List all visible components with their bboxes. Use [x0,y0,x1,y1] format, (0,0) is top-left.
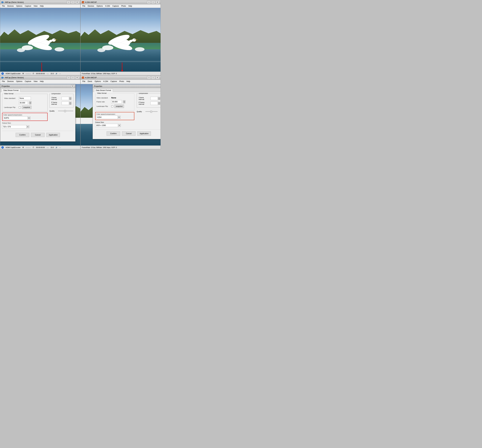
minimize-btn-bl[interactable]: — [67,76,71,79]
menu-capture-tr[interactable]: Capture [111,5,120,7]
output-size-select-br[interactable]: 1920 x 1080 ▼ [95,124,121,127]
menu-devices-tr[interactable]: Devices [86,5,95,7]
application-button-bl[interactable]: Application [46,133,60,137]
menu-file-bl[interactable]: File [1,80,6,83]
menu-file-br[interactable]: File [81,80,86,83]
info-icon-bl: i [1,146,4,149]
tab-data-stream-br[interactable]: Data Stream Format [94,89,113,92]
cancel-button-br[interactable]: Cancel [122,131,136,136]
spin-up-br[interactable]: ▲ [123,100,125,102]
video-format-group-bl: Video format Video standard: ▲ [2,94,47,112]
menu-view-bl[interactable]: View [32,80,39,83]
maximize-btn-br[interactable]: □ [151,76,155,79]
dialog-columns-bl: Video format Video standard: ▲ [2,94,73,130]
close-btn-bl[interactable]: ✕ [75,76,79,79]
menu-photo[interactable]: Photo [120,5,127,7]
menu-devices-bl[interactable]: Devices [6,80,15,83]
menu-help-br[interactable]: Help [125,80,132,83]
dialog-close-bl[interactable]: ✕ [71,85,74,88]
minimize-btn-br[interactable]: — [147,76,151,79]
p-frame-spin-br[interactable]: ▲ ▼ [158,102,160,105]
i-frame-spin-br[interactable]: ▲ ▼ [158,97,160,100]
svg-marker-23 [121,70,123,72]
color-space-arrow-bl[interactable]: ▼ [28,116,30,120]
menu-capture-br[interactable]: Capture [109,80,118,83]
i-frame-input-bl[interactable] [62,97,69,100]
quality-slider-bl[interactable] [58,111,73,111]
compression-group-bl: compression I frame interval: ▲ ▼ [49,94,73,108]
i-spin-up-br[interactable]: ▲ [158,97,160,98]
menu-capture[interactable]: Capture [23,5,32,7]
p-frame-input-br[interactable] [150,102,158,105]
frame-rate-input-br[interactable] [111,100,122,104]
p-spin-up-br[interactable]: ▲ [158,102,160,103]
p-frame-input-bl[interactable] [62,102,69,105]
color-space-label-br: Color space/compression: [96,113,133,115]
maximize-button[interactable]: □ [71,1,75,4]
spin-up-bl[interactable]: ▲ [29,101,31,103]
tab-data-stream-bl[interactable]: Data Stream Format [1,89,21,92]
p-spin-down-br[interactable]: ▼ [158,103,160,105]
i-spin-down-br[interactable]: ▼ [158,98,160,100]
quality-thumb-br[interactable] [150,111,152,113]
application-button-br[interactable]: Application [137,131,151,136]
frame-rate-spin-bl[interactable]: ▲ ▼ [29,101,31,104]
quality-thumb-bl[interactable] [64,110,66,112]
maximize-btn-tr[interactable]: □ [151,1,155,4]
menu-options-br[interactable]: Options [93,80,102,83]
close-btn-tr[interactable]: ✕ [155,1,159,4]
p-frame-spin-ctrl-bl[interactable]: ▲ ▼ [69,102,71,105]
menu-h264[interactable]: H.264 [104,5,111,7]
frame-rate-input-bl[interactable] [19,101,28,104]
menu-options[interactable]: Options [15,5,23,7]
i-frame-spin-ctrl-bl[interactable]: ▲ ▼ [69,97,71,100]
snapshot-button-bl[interactable]: snapshot [22,106,31,109]
svg-text:H.264: H.264 [82,2,84,3]
menu-help-bl[interactable]: Help [39,80,45,83]
menu-capture-bl[interactable]: Capture [23,80,32,83]
menu-options-tr[interactable]: Options [95,5,104,7]
maximize-btn-bl[interactable]: □ [71,76,75,79]
output-size-arrow-br[interactable]: ▼ [118,124,121,127]
menu-options-bl[interactable]: Options [15,80,23,83]
spin-down-br[interactable]: ▼ [123,102,125,103]
menu-help-tr[interactable]: Help [127,5,133,7]
p-spin-down-bl[interactable]: ▼ [69,103,71,105]
color-space-select-br[interactable]: H264 ▼ [96,116,120,119]
video-standard-label-br: Video standard: [96,97,110,99]
output-size-select-bl[interactable]: 720 x 576 ▼ [2,125,29,128]
compression-group-br: compression I frame interval: ▲ ▼ [137,94,161,108]
video-standard-input-bl[interactable] [19,97,31,100]
cancel-button-bl[interactable]: Cancel [31,133,45,137]
color-space-select-bl[interactable]: MJPG ▼ [3,116,31,120]
minimize-btn-tr[interactable]: — [147,1,151,4]
landscape-checkbox-br[interactable] [111,105,113,107]
i-frame-input-br[interactable] [150,97,158,100]
video-format-label-bl: Video format [3,93,14,95]
menu-help[interactable]: Help [39,5,45,7]
menu-photo-br[interactable]: Photo [118,80,125,83]
confirm-button-bl[interactable]: Confirm [16,133,29,137]
menu-file[interactable]: File [1,5,6,7]
i-spin-down-bl[interactable]: ▼ [69,98,71,100]
menu-view[interactable]: View [32,5,39,7]
frame-rate-spin-br[interactable]: ▲ ▼ [123,100,125,103]
p-spin-up-bl[interactable]: ▲ [69,102,71,103]
spin-down-bl[interactable]: ▼ [29,103,31,104]
dialog-title-bar-bl: Properties ✕ [0,84,75,88]
quality-slider-br[interactable] [146,111,157,112]
output-size-arrow-bl[interactable]: ▼ [26,125,29,128]
close-button[interactable]: ✕ [75,1,79,4]
menu-h264-br[interactable]: H.264 [102,80,109,83]
snapshot-button-br[interactable]: snapshot [114,105,124,108]
landscape-checkbox-bl[interactable] [19,106,21,108]
menu-file-tr[interactable]: File [81,5,86,7]
menu-devices[interactable]: Devices [6,5,15,7]
confirm-button-br[interactable]: Confirm [107,131,120,136]
close-btn-br[interactable]: ✕ [155,76,159,79]
i-spin-up-bl[interactable]: ▲ [69,97,71,98]
h264-icon-br: H.264 [82,76,84,79]
minimize-button[interactable]: — [67,1,71,4]
menu-devices-br[interactable]: Devic [86,80,93,83]
color-space-arrow-br[interactable]: ▼ [118,116,120,119]
